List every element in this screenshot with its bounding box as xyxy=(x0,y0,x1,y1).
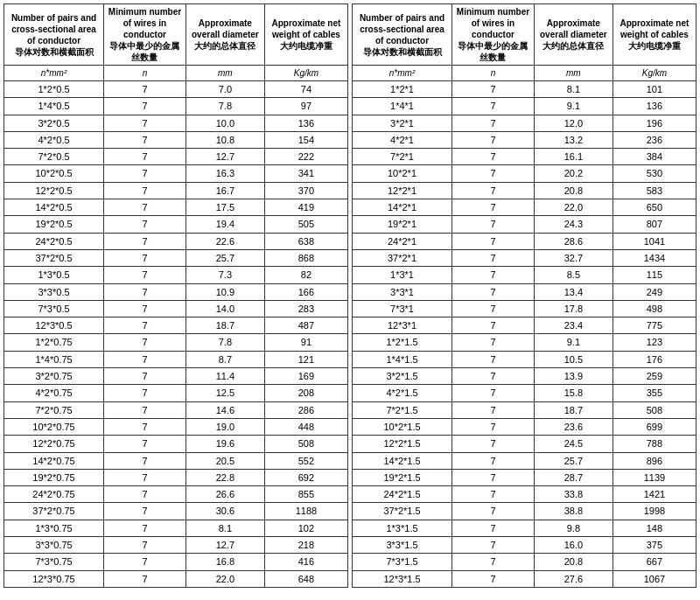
table-cell: 4*2*1 xyxy=(353,131,452,148)
table-cell: 19*2*1 xyxy=(353,216,452,233)
table-cell: 807 xyxy=(612,216,696,233)
table-right: Number of pairs and cross-sectional area… xyxy=(352,3,696,588)
table-cell: 12*2*0.75 xyxy=(4,436,104,452)
table-cell: 91 xyxy=(264,334,347,351)
table-cell: 1067 xyxy=(612,570,696,587)
table-cell: 14*2*1.5 xyxy=(353,452,452,469)
table-cell: 19.0 xyxy=(186,418,264,435)
table-row: 3*2*1.5713.9259 xyxy=(353,368,696,385)
table-row: 12*3*1.5727.61067 xyxy=(353,570,696,587)
table-cell: 648 xyxy=(264,570,347,587)
table-cell: 7.8 xyxy=(186,334,264,351)
table-cell: 7 xyxy=(104,165,186,182)
table-cell: 10*2*0.75 xyxy=(4,418,104,435)
table-cell: 9.8 xyxy=(534,520,612,536)
table-cell: 1*3*0.75 xyxy=(4,520,104,536)
table-cell: 24*2*0.75 xyxy=(4,486,104,503)
table-cell: 12.0 xyxy=(534,115,612,131)
table-cell: 7.3 xyxy=(186,267,264,283)
table-cell: 3*3*0.75 xyxy=(4,537,104,554)
table-cell: 8.1 xyxy=(534,81,612,98)
table-cell: 286 xyxy=(264,401,347,418)
table-row: 7*3*1.5720.8667 xyxy=(353,554,696,570)
table-cell: 169 xyxy=(264,368,347,385)
table-row: 1*4*1.5710.5176 xyxy=(353,351,696,367)
table-cell: 12*2*1.5 xyxy=(353,436,452,452)
table-cell: 37*2*0.5 xyxy=(4,249,104,266)
table-row: 12*2*1720.8583 xyxy=(353,182,696,199)
table-cell: 101 xyxy=(612,81,696,98)
table-cell: 7*2*1 xyxy=(353,149,452,165)
table-cell: 121 xyxy=(264,351,347,367)
table-cell: 868 xyxy=(264,249,347,266)
table-cell: 20.2 xyxy=(534,165,612,182)
table-cell: 3*2*1 xyxy=(353,115,452,131)
table-row: 3*2*1712.0196 xyxy=(353,115,696,131)
table-row: 3*2*0.75711.4169 xyxy=(4,368,348,385)
table-cell: 25.7 xyxy=(186,249,264,266)
table-row: 7*3*0.75716.8416 xyxy=(4,554,348,570)
table-cell: 4*2*0.5 xyxy=(4,131,104,148)
table-cell: 7 xyxy=(452,249,535,266)
table-row: 3*3*0.5710.9166 xyxy=(4,283,348,300)
table-row: 14*2*1.5725.7896 xyxy=(353,452,696,469)
col4-header-r: Approximate net weight of cables 大约电缆净重 xyxy=(612,4,696,66)
table-cell: 7 xyxy=(452,401,535,418)
table-cell: 16.1 xyxy=(534,149,612,165)
table-cell: 498 xyxy=(612,300,696,317)
table-cell: 17.8 xyxy=(534,300,612,317)
table-cell: 7 xyxy=(104,570,186,587)
table-cell: 14.6 xyxy=(186,401,264,418)
table-cell: 222 xyxy=(264,149,347,165)
table-row: 4*2*1.5715.8355 xyxy=(353,385,696,401)
table-cell: 26.6 xyxy=(186,486,264,503)
table-cell: 7 xyxy=(104,385,186,401)
table-row: 1*4*0.7578.7121 xyxy=(4,351,348,367)
table-cell: 259 xyxy=(612,368,696,385)
table-cell: 9.1 xyxy=(534,334,612,351)
col4-header: Approximate net weight of cables 大约电缆净重 xyxy=(264,4,347,66)
table-cell: 1*2*1 xyxy=(353,81,452,98)
table-cell: 7 xyxy=(104,503,186,520)
table-row: 14*2*1722.0650 xyxy=(353,199,696,216)
table-cell: 1*4*1 xyxy=(353,98,452,115)
table-cell: 1998 xyxy=(612,503,696,520)
table-cell: 7 xyxy=(104,98,186,115)
table-row: 12*2*0.75719.6508 xyxy=(4,436,348,452)
table-row: 24*2*1.5733.81421 xyxy=(353,486,696,503)
col3-header-r: Approximate overall diameter 大约的总体直径 xyxy=(534,4,612,66)
table-cell: 7 xyxy=(104,486,186,503)
table-cell: 3*3*0.5 xyxy=(4,283,104,300)
table-row: 12*3*0.75722.0648 xyxy=(4,570,348,587)
table-cell: 7 xyxy=(104,418,186,435)
table-row: 3*3*1.5716.0375 xyxy=(353,537,696,554)
col1-header-r: Number of pairs and cross-sectional area… xyxy=(353,4,452,66)
table-row: 1*2*0.7577.891 xyxy=(4,334,348,351)
table-cell: 7 xyxy=(104,81,186,98)
table-cell: 102 xyxy=(264,520,347,536)
table-cell: 10.5 xyxy=(534,351,612,367)
table-cell: 7 xyxy=(452,233,535,249)
unit-col1-r: n*mm² xyxy=(353,66,452,81)
table-cell: 7 xyxy=(452,452,535,469)
table-cell: 7 xyxy=(452,216,535,233)
table-row: 19*2*0.5719.4505 xyxy=(4,216,348,233)
table-row: 7*2*1716.1384 xyxy=(353,149,696,165)
table-cell: 1*3*1.5 xyxy=(353,520,452,536)
table-cell: 7 xyxy=(452,81,535,98)
table-cell: 7 xyxy=(452,436,535,452)
table-cell: 775 xyxy=(612,317,696,334)
table-row: 1*2*1.579.1123 xyxy=(353,334,696,351)
table-cell: 166 xyxy=(264,283,347,300)
table-cell: 7 xyxy=(104,436,186,452)
table-cell: 10*2*1 xyxy=(353,165,452,182)
table-cell: 692 xyxy=(264,469,347,485)
table-cell: 7 xyxy=(104,115,186,131)
table-row: 1*3*0.577.382 xyxy=(4,267,348,283)
table-cell: 1139 xyxy=(612,469,696,485)
table-cell: 24.5 xyxy=(534,436,612,452)
table-cell: 7*2*0.75 xyxy=(4,401,104,418)
table-cell: 7 xyxy=(104,283,186,300)
table-cell: 505 xyxy=(264,216,347,233)
table-cell: 12*3*0.75 xyxy=(4,570,104,587)
